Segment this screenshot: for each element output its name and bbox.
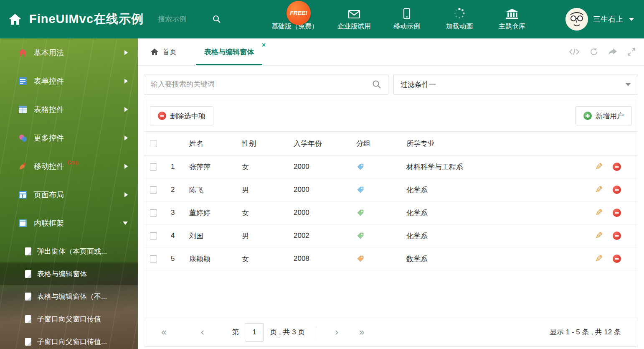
file-icon — [25, 338, 31, 346]
chevron-right-icon — [124, 135, 128, 140]
cell-index: 4 — [165, 232, 183, 240]
nav-enterprise-trial[interactable]: 企业版试用 — [337, 9, 371, 31]
cell-index: 1 — [165, 163, 183, 171]
nav-mobile-demo[interactable]: 移动示例 — [390, 8, 423, 31]
sidebar-item-label: 内联框架 — [34, 218, 116, 228]
edit-icon[interactable]: ✎ — [595, 231, 603, 240]
sidebar-item-mobile-controls[interactable]: 移动控件 Corp. — [0, 152, 138, 181]
code-icon[interactable] — [569, 48, 580, 56]
delete-icon[interactable] — [613, 255, 621, 263]
nav-theme-store[interactable]: 主题仓库 — [495, 8, 529, 31]
prev-page-icon[interactable]: ‹ — [200, 327, 205, 337]
delete-icon[interactable] — [613, 232, 621, 240]
sidebar-item-label: 基本用法 — [34, 48, 118, 58]
sidebar-item-form-controls[interactable]: 表单控件 — [0, 67, 138, 95]
submenu-item-grid-edit-window-2[interactable]: 表格与编辑窗体（不... — [0, 285, 138, 308]
edit-icon[interactable]: ✎ — [595, 185, 603, 194]
add-user-label: 新增用户 — [596, 111, 624, 121]
sidebar-item-basic-usage[interactable]: 基本用法 — [0, 38, 138, 67]
add-user-button[interactable]: 新增用户 — [576, 106, 632, 125]
major-link[interactable]: 化学系 — [406, 208, 428, 218]
major-link[interactable]: 化学系 — [406, 185, 428, 195]
cell-year: 2000 — [288, 163, 350, 171]
next-page-icon[interactable]: › — [335, 327, 339, 337]
filter-dropdown-value: 过滤条件一 — [401, 80, 436, 89]
tab-bar: 首页 表格与编辑窗体 × — [138, 38, 644, 66]
sidebar-item-label: 页面布局 — [34, 190, 118, 200]
keyword-search-input[interactable] — [151, 80, 372, 89]
row-checkbox[interactable] — [150, 186, 157, 194]
tag-icon — [350, 232, 401, 240]
tab-grid-edit-window[interactable]: 表格与编辑窗体 × — [199, 38, 259, 65]
row-checkbox[interactable] — [150, 209, 157, 217]
keyword-search-box — [144, 74, 388, 95]
tag-icon — [350, 209, 401, 217]
cell-index: 5 — [165, 255, 183, 263]
user-menu[interactable]: 三生石上 — [565, 8, 644, 31]
delete-icon[interactable] — [613, 209, 621, 217]
delete-selected-button[interactable]: 删除选中项 — [150, 106, 213, 125]
column-group: 分组 — [350, 139, 401, 148]
filter-dropdown[interactable]: 过滤条件一 — [393, 74, 638, 95]
tab-home[interactable]: 首页 — [145, 38, 183, 65]
user-name: 三生石上 — [593, 14, 623, 24]
submenu-item-label: 子窗口向父窗口传值... — [37, 337, 107, 346]
row-checkbox[interactable] — [150, 163, 157, 171]
search-icon[interactable] — [372, 80, 381, 89]
column-year: 入学年份 — [288, 139, 350, 148]
edit-icon[interactable]: ✎ — [595, 254, 603, 263]
delete-icon[interactable] — [613, 186, 621, 194]
cell-name: 刘国 — [183, 231, 236, 241]
home-icon[interactable] — [7, 13, 23, 25]
main-area: 首页 表格与编辑窗体 × — [138, 38, 644, 349]
submenu-item-child-to-parent[interactable]: 子窗口向父窗口传值 — [0, 308, 138, 330]
sidebar-item-more-controls[interactable]: 更多控件 — [0, 124, 138, 152]
app-root: FineUIMvc在线示例 FREE! 基础版（免费） 企业版试用 — [0, 0, 644, 349]
spinner-icon — [454, 8, 465, 19]
sidebar-submenu: 弹出窗体（本页面或... 表格与编辑窗体 表格与编辑窗体（不... 子窗口向父窗… — [0, 240, 138, 349]
major-link[interactable]: 化学系 — [406, 231, 428, 241]
refresh-icon[interactable] — [590, 48, 598, 56]
cell-name: 张萍萍 — [183, 162, 236, 172]
submenu-item-child-to-parent-2[interactable]: 子窗口向父窗口传值... — [0, 330, 138, 349]
first-page-icon[interactable]: « — [161, 327, 167, 337]
sidebar-item-inline-frame[interactable]: 内联框架 — [0, 209, 138, 237]
chevron-right-icon — [124, 164, 128, 169]
sidebar-item-page-layout[interactable]: 页面布局 — [0, 181, 138, 209]
edit-icon[interactable]: ✎ — [595, 162, 603, 171]
expand-icon[interactable] — [627, 48, 636, 56]
minus-icon — [158, 112, 166, 120]
header-search-input[interactable] — [158, 15, 212, 23]
major-link[interactable]: 数学系 — [406, 254, 428, 264]
submenu-item-popup-window[interactable]: 弹出窗体（本页面或... — [0, 240, 138, 262]
table-row: 1 张萍萍 女 2000 材料科学与工程系 ✎ — [144, 155, 638, 178]
app-title: FineUIMvc在线示例 — [29, 11, 144, 28]
cell-year: 2000 — [288, 209, 350, 217]
sidebar-item-grid-controls[interactable]: 表格控件 — [0, 95, 138, 124]
nav-loading-animation[interactable]: 加载动画 — [443, 8, 476, 31]
submenu-item-label: 表格与编辑窗体 — [37, 269, 87, 279]
submenu-item-label: 子窗口向父窗口传值 — [37, 314, 101, 324]
submenu-item-grid-edit-window[interactable]: 表格与编辑窗体 — [0, 262, 138, 285]
top-header: FineUIMvc在线示例 FREE! 基础版（免费） 企业版试用 — [0, 0, 644, 38]
delete-icon[interactable] — [613, 163, 621, 171]
plus-icon — [583, 112, 592, 120]
active-tab-underline — [196, 64, 262, 65]
page-number-input[interactable] — [245, 323, 264, 341]
cell-name: 康颖颖 — [183, 254, 236, 264]
share-icon[interactable] — [608, 48, 617, 56]
cell-gender: 男 — [236, 185, 288, 195]
close-icon[interactable]: × — [262, 42, 266, 48]
select-all-checkbox[interactable] — [150, 140, 157, 147]
row-checkbox[interactable] — [150, 255, 157, 262]
search-icon[interactable] — [212, 15, 221, 24]
major-link[interactable]: 材料科学与工程系 — [406, 162, 463, 172]
chevron-right-icon — [124, 79, 128, 84]
row-checkbox[interactable] — [150, 232, 157, 239]
edit-icon[interactable]: ✎ — [595, 208, 603, 217]
mobile-icon — [403, 8, 411, 19]
last-page-icon[interactable]: » — [359, 327, 365, 337]
table-icon — [18, 105, 27, 114]
mobile-controls-icon — [18, 162, 27, 171]
file-icon — [25, 315, 31, 323]
